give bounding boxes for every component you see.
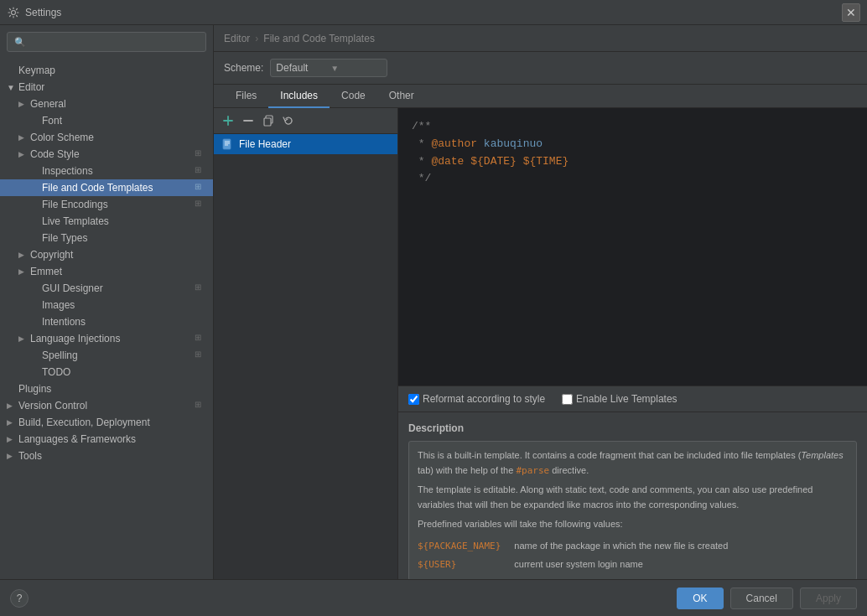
apply-button[interactable]: Apply — [800, 588, 857, 609]
code-line-3: * @date ${DATE} ${TIME} — [412, 153, 854, 171]
arrow-icon: ▶ — [18, 150, 30, 158]
tabs-bar: Files Includes Code Other — [214, 85, 867, 108]
sidebar-item-editor[interactable]: ▼ Editor — [0, 79, 213, 96]
sidebar-item-label: Emmet — [30, 266, 206, 277]
file-item-file-header[interactable]: File Header — [214, 134, 397, 154]
badge-icon: ⊞ — [195, 349, 206, 361]
code-line-1: /** — [412, 118, 854, 136]
sidebar-item-color-scheme[interactable]: ▶ Color Scheme — [0, 129, 213, 146]
sidebar-item-label: Copyright — [30, 249, 206, 261]
sidebar-item-emmet[interactable]: ▶ Emmet — [0, 263, 213, 280]
sidebar-item-todo[interactable]: TODO — [0, 364, 213, 380]
sidebar-item-spelling[interactable]: Spelling ⊞ — [0, 347, 213, 364]
remove-button[interactable] — [239, 111, 257, 130]
live-templates-label: Enable Live Templates — [576, 393, 678, 405]
var-desc-user: current user system login name — [514, 556, 728, 574]
close-button[interactable]: ✕ — [842, 3, 860, 22]
sidebar-item-file-and-code-templates[interactable]: File and Code Templates ⊞ — [0, 179, 213, 196]
var-desc-package: name of the package in which the new fil… — [514, 537, 728, 556]
description-text-1: This is a built-in template. It contains… — [418, 448, 848, 478]
file-list-panel: File Header — [214, 108, 398, 579]
tab-files[interactable]: Files — [224, 85, 268, 108]
arrow-icon: ▶ — [18, 267, 30, 276]
sidebar-item-version-control[interactable]: ▶ Version Control ⊞ — [0, 397, 213, 414]
sidebar-item-intentions[interactable]: Intentions — [0, 313, 213, 330]
sidebar-item-languages-frameworks[interactable]: ▶ Languages & Frameworks — [0, 431, 213, 448]
breadcrumb-current: File and Code Templates — [263, 33, 375, 44]
sidebar-item-label: Version Control — [18, 400, 191, 412]
sidebar-item-label: Spelling — [42, 349, 191, 361]
ok-button[interactable]: OK — [677, 588, 723, 609]
badge-icon: ⊞ — [195, 333, 206, 344]
code-editor[interactable]: /** * @author kabuqinuo * @date ${DATE} … — [398, 108, 867, 386]
code-panel: /** * @author kabuqinuo * @date ${DATE} … — [398, 108, 867, 579]
badge-icon: ⊞ — [195, 165, 206, 177]
search-box[interactable]: 🔍 — [7, 32, 206, 52]
sidebar-item-label: General — [30, 98, 206, 110]
file-item-label: File Header — [239, 138, 291, 150]
badge-icon: ⊞ — [195, 182, 206, 194]
cancel-button[interactable]: Cancel — [730, 588, 793, 609]
sidebar-item-tools[interactable]: ▶ Tools — [0, 448, 213, 464]
sidebar-item-file-encodings[interactable]: File Encodings ⊞ — [0, 196, 213, 213]
sidebar-item-label: Plugins — [18, 383, 206, 395]
footer: ? OK Cancel Apply — [0, 579, 867, 616]
scheme-row: Scheme: Default ▼ — [214, 52, 867, 85]
add-button[interactable] — [219, 111, 237, 130]
code-line-4: */ — [412, 170, 854, 188]
arrow-icon: ▶ — [18, 100, 30, 108]
sidebar-item-images[interactable]: Images — [0, 297, 213, 313]
sidebar-item-language-injections[interactable]: ▶ Language Injections ⊞ — [0, 330, 213, 347]
var-name-package: ${PACKAGE_NAME} — [418, 537, 514, 556]
sidebar-item-file-types[interactable]: File Types — [0, 230, 213, 246]
reformat-label: Reformat according to style — [423, 393, 545, 405]
tab-other[interactable]: Other — [377, 85, 426, 108]
sidebar-item-general[interactable]: ▶ General — [0, 96, 213, 112]
sidebar-item-gui-designer[interactable]: GUI Designer ⊞ — [0, 280, 213, 297]
help-button[interactable]: ? — [10, 589, 29, 608]
arrow-icon: ▶ — [7, 418, 18, 427]
window-title: Settings — [25, 7, 842, 18]
svg-rect-6 — [223, 139, 231, 149]
templates-italic: Templates — [801, 450, 843, 460]
tab-code[interactable]: Code — [330, 85, 377, 108]
breadcrumb-parent: Editor — [224, 33, 250, 44]
sidebar-item-label: Intentions — [42, 316, 206, 328]
titlebar: Settings ✕ — [0, 0, 867, 25]
live-templates-checkbox-input[interactable] — [562, 394, 573, 405]
main-content: 🔍 Keymap ▼ Editor ▶ General — [0, 25, 867, 579]
sidebar-item-code-style[interactable]: ▶ Code Style ⊞ — [0, 146, 213, 163]
tab-includes[interactable]: Includes — [268, 85, 330, 108]
sidebar-item-build-execution-deployment[interactable]: ▶ Build, Execution, Deployment — [0, 414, 213, 431]
sidebar-item-live-templates[interactable]: Live Templates — [0, 213, 213, 230]
file-tree: File Header — [214, 134, 397, 579]
scheme-dropdown[interactable]: Default ▼ — [270, 59, 387, 77]
sidebar-item-label: File Types — [42, 232, 206, 244]
arrow-icon: ▶ — [18, 251, 30, 259]
search-input[interactable] — [29, 36, 199, 48]
sidebar-item-font[interactable]: Font — [0, 112, 213, 129]
var-row-package: ${PACKAGE_NAME} name of the package in w… — [418, 537, 728, 556]
sidebar-item-label: Live Templates — [42, 215, 206, 227]
svg-point-0 — [12, 10, 16, 14]
reset-button[interactable] — [279, 111, 298, 130]
live-templates-checkbox[interactable]: Enable Live Templates — [562, 393, 678, 405]
sidebar-item-label: Editor — [18, 81, 206, 93]
sidebar-item-keymap[interactable]: Keymap — [0, 62, 213, 79]
sidebar-item-label: Tools — [18, 450, 206, 462]
sidebar-item-inspections[interactable]: Inspections ⊞ — [0, 163, 213, 179]
sidebar-item-copyright[interactable]: ▶ Copyright — [0, 246, 213, 263]
sidebar-item-plugins[interactable]: Plugins — [0, 380, 213, 397]
settings-icon — [7, 6, 20, 19]
arrow-icon: ▼ — [7, 83, 18, 92]
sidebar-item-label: Keymap — [18, 65, 206, 76]
sidebar-item-label: TODO — [42, 366, 206, 378]
arrow-icon: ▶ — [7, 401, 18, 410]
scheme-value: Default — [276, 62, 327, 74]
badge-icon: ⊞ — [195, 282, 206, 294]
reformat-checkbox-input[interactable] — [408, 394, 419, 405]
panels-area: File Header /** * @author kabuqinuo * @d… — [214, 108, 867, 579]
copy-button[interactable] — [259, 111, 278, 130]
file-icon — [221, 137, 234, 151]
reformat-checkbox[interactable]: Reformat according to style — [408, 393, 545, 405]
